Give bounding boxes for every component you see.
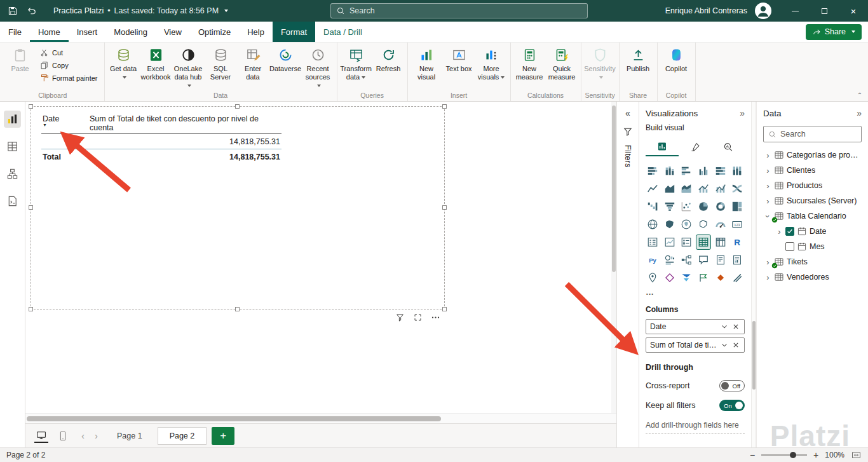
next-page-icon[interactable]: › — [91, 430, 102, 441]
menu-item-modeling[interactable]: Modeling — [105, 22, 156, 42]
ribbon-button-cut[interactable]: Cut — [37, 46, 101, 59]
sort-descending-icon[interactable]: ▼ — [43, 123, 47, 127]
visual-ribbon-chart-icon[interactable] — [730, 182, 744, 196]
nav-report-view[interactable] — [4, 111, 21, 128]
ribbon-button-publish[interactable]: Publish — [623, 44, 654, 74]
remove-field-icon[interactable] — [731, 341, 740, 350]
global-search[interactable] — [330, 3, 588, 18]
data-tree-item-vendedores[interactable]: ›Vendedores — [763, 269, 862, 285]
expand-chevron-icon[interactable]: › — [764, 166, 771, 175]
visual-area-chart-icon[interactable] — [663, 182, 677, 196]
expand-chevron-icon[interactable]: › — [776, 227, 783, 236]
visual-qa-visual-icon[interactable] — [696, 253, 710, 267]
resize-handle[interactable] — [235, 104, 240, 109]
nav-dax-query-view[interactable] — [4, 193, 21, 210]
ribbon-button-more-visuals[interactable]: More visuals — [476, 44, 507, 83]
data-tree-item-tabla-calendario[interactable]: ›Tabla Calendario — [763, 208, 862, 224]
field-pill-sum-of-total-de-tiket[interactable]: Sum of Total de tiket ... — [646, 337, 745, 353]
chevron-down-icon[interactable] — [720, 322, 729, 331]
ribbon-button-sensitivity[interactable]: Sensitivity — [585, 44, 616, 83]
tab-build-visual[interactable] — [646, 137, 679, 156]
mobile-layout-icon[interactable] — [56, 429, 70, 443]
visual-decomposition-tree-icon[interactable] — [679, 253, 693, 267]
data-tree-item-categor-as-de-product[interactable]: ›Categorías de product... — [763, 147, 862, 163]
ribbon-button-dataverse[interactable]: Dataverse — [270, 44, 301, 74]
avatar[interactable] — [755, 3, 771, 19]
visual-power-automate-icon[interactable] — [679, 271, 693, 285]
data-tree-item-mes[interactable]: Mes — [763, 239, 862, 254]
filter-icon[interactable] — [395, 313, 405, 322]
field-checkbox[interactable] — [785, 227, 794, 236]
zoom-out-icon[interactable]: − — [750, 450, 755, 460]
ribbon-button-excel-workbook[interactable]: Excel workbook — [140, 44, 172, 83]
collapse-ribbon-icon[interactable]: ⌃ — [855, 90, 864, 99]
expand-chevron-icon[interactable]: › — [764, 151, 771, 160]
visual-azure-map-icon[interactable] — [679, 217, 693, 231]
add-page-button[interactable]: + — [212, 427, 234, 445]
visual-100-stacked-column-chart-icon[interactable] — [730, 164, 744, 178]
menu-item-optimize[interactable]: Optimize — [190, 22, 239, 42]
visual-pinned-visual-icon[interactable] — [714, 271, 728, 285]
fit-to-page-icon[interactable] — [851, 451, 862, 460]
data-tree-item-sucursales-server[interactable]: ›Sucursales (Server) — [763, 193, 862, 208]
visual-line-chart-icon[interactable] — [646, 182, 660, 196]
remove-field-icon[interactable] — [731, 322, 740, 331]
ribbon-button-new-visual[interactable]: New visual — [411, 44, 442, 83]
visual-card-icon[interactable]: 123 — [730, 217, 744, 231]
visual-slicer-icon[interactable] — [679, 235, 693, 249]
page-tab-page-2[interactable]: Page 2 — [158, 427, 207, 445]
visual-custom-visual-icon[interactable] — [730, 271, 744, 285]
expand-chevron-icon[interactable]: › — [764, 257, 771, 267]
collapse-visualizations-icon[interactable]: » — [740, 108, 745, 118]
nav-model-view[interactable] — [4, 165, 21, 182]
menu-item-home[interactable]: Home — [30, 22, 69, 42]
toggle-cross-report[interactable]: Off — [719, 380, 745, 391]
minimize-button[interactable] — [780, 0, 810, 22]
ribbon-button-sql-server[interactable]: SQL Server — [205, 44, 236, 83]
table-column-header[interactable]: Date ▼ — [41, 112, 90, 130]
visual-100-stacked-bar-chart-icon[interactable] — [714, 164, 728, 178]
expand-chevron-icon[interactable]: › — [764, 273, 771, 282]
menu-item-format[interactable]: Format — [273, 22, 315, 42]
ribbon-button-new-measure[interactable]: New measure — [514, 44, 545, 83]
visual-key-influencers-icon[interactable] — [663, 253, 677, 267]
canvas-horizontal-scrollbar[interactable] — [25, 413, 616, 423]
expand-chevron-icon[interactable]: › — [764, 181, 771, 191]
visual-paginated-report-icon[interactable] — [730, 253, 744, 267]
undo-icon[interactable] — [27, 6, 37, 16]
search-input[interactable] — [349, 6, 582, 15]
menu-item-insert[interactable]: Insert — [69, 22, 106, 42]
visual-waterfall-chart-icon[interactable] — [646, 200, 660, 214]
data-search-input[interactable] — [780, 130, 857, 139]
visual-line-clustered-column-chart-icon[interactable] — [714, 182, 728, 196]
visual-treemap-icon[interactable] — [730, 200, 744, 214]
visual-pie-chart-icon[interactable] — [696, 200, 710, 214]
visual-python-visual-icon[interactable]: Py — [646, 253, 660, 267]
data-search[interactable] — [763, 126, 862, 142]
resize-handle[interactable] — [235, 307, 240, 311]
visual-smart-narrative-icon[interactable] — [714, 253, 728, 267]
ribbon-button-onelake-data-hub[interactable]: OneLake data hub — [173, 44, 204, 91]
menu-item-data-drill[interactable]: Data / Drill — [315, 22, 370, 42]
share-button[interactable]: Share — [806, 24, 862, 40]
visual-metrics-icon[interactable] — [696, 271, 710, 285]
ribbon-button-refresh[interactable]: Refresh — [373, 44, 404, 74]
panel-scrollbar[interactable] — [751, 102, 756, 447]
menu-item-view[interactable]: View — [156, 22, 190, 42]
more-options-icon[interactable] — [431, 313, 440, 322]
visual-clustered-column-chart-icon[interactable] — [696, 164, 710, 178]
visual-clustered-bar-chart-icon[interactable] — [679, 164, 693, 178]
zoom-in-icon[interactable]: + — [813, 450, 818, 460]
data-tree-item-clientes[interactable]: ›Clientes — [763, 163, 862, 178]
canvas-vertical-scrollbar[interactable] — [611, 102, 616, 413]
chevron-down-icon[interactable] — [224, 10, 228, 12]
visual-stacked-area-chart-icon[interactable] — [679, 182, 693, 196]
data-tree-item-date[interactable]: ›Date — [763, 224, 862, 239]
ribbon-button-copy[interactable]: Copy — [37, 59, 101, 72]
data-tree-item-productos[interactable]: ›Productos — [763, 178, 862, 193]
table-visual[interactable]: Date ▼ Sum of Total de tiket con descuen… — [31, 106, 445, 309]
nav-table-view[interactable] — [4, 138, 21, 155]
ribbon-button-get-data[interactable]: Get data — [108, 44, 139, 83]
visual-filled-map-icon[interactable] — [663, 217, 677, 231]
visual-funnel-chart-icon[interactable] — [663, 200, 677, 214]
